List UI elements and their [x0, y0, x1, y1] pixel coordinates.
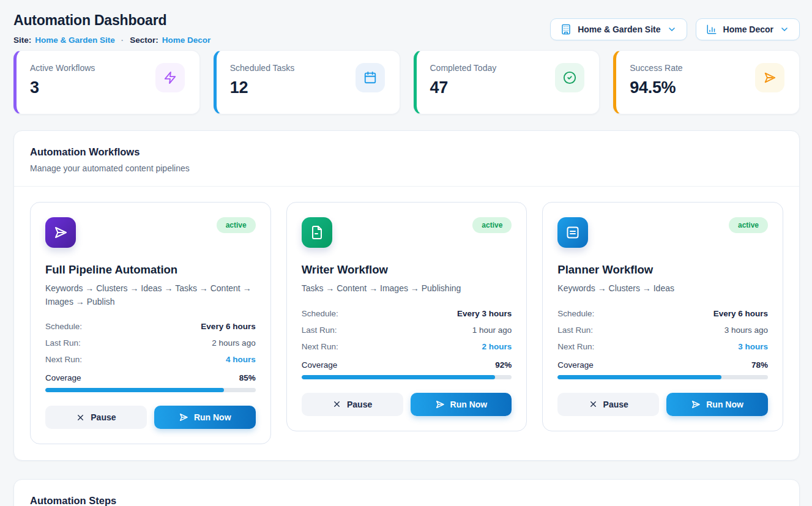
stat-card-completed-today: Completed Today 47: [414, 50, 600, 114]
run-now-button[interactable]: Run Now: [411, 393, 512, 416]
last-run-label: Last Run:: [302, 326, 337, 335]
sector-link[interactable]: Home Decor: [162, 35, 211, 45]
coverage-progress-track: [45, 388, 256, 392]
stat-label: Completed Today: [430, 63, 497, 73]
stat-card-active-workflows: Active Workflows 3: [13, 50, 200, 114]
automation-steps-panel: Automation Steps Configure which steps a…: [13, 479, 800, 506]
calendar-icon: [356, 63, 385, 92]
stat-card-success-rate: Success Rate 94.5%: [613, 50, 800, 114]
workflow-card-top: active: [557, 217, 768, 248]
schedule-label: Schedule:: [45, 322, 82, 331]
sector-selector-label: Home Decor: [723, 24, 773, 34]
steps-section-title: Automation Steps: [30, 495, 783, 506]
breadcrumb-separator: ·: [121, 35, 124, 45]
last-run-value: 3 hours ago: [724, 326, 768, 335]
workflows-section-subtitle: Manage your automated content pipelines: [30, 163, 783, 173]
status-badge: active: [217, 217, 256, 233]
site-label: Site:: [13, 35, 31, 45]
workflow-cards-grid: active Full Pipeline Automation Keywords…: [14, 187, 799, 460]
stat-card-scheduled-tasks: Scheduled Tasks 12: [214, 50, 400, 114]
site-selector-dropdown[interactable]: Home & Garden Site: [550, 18, 687, 40]
workflows-panel: Automation Workflows Manage your automat…: [13, 130, 800, 461]
coverage-progress-fill: [557, 375, 721, 379]
workflow-details: Schedule: Every 3 hours Last Run: 1 hour…: [302, 305, 512, 355]
last-run-row: Last Run: 3 hours ago: [557, 322, 768, 338]
next-run-value: 2 hours: [482, 342, 512, 351]
run-now-button-label: Run Now: [706, 400, 743, 409]
site-link[interactable]: Home & Garden Site: [35, 35, 115, 45]
coverage-label: Coverage: [45, 373, 81, 382]
workflow-title: Planner Workflow: [557, 263, 768, 277]
status-badge: active: [729, 217, 768, 233]
stat-value: 47: [430, 78, 497, 97]
stat-label: Success Rate: [630, 63, 682, 73]
workflow-card-planner: active Planner Workflow Keywords → Clust…: [542, 202, 783, 431]
next-run-row: Next Run: 2 hours: [302, 338, 512, 355]
schedule-value: Every 6 hours: [713, 309, 768, 318]
x-icon: [332, 400, 341, 409]
stat-text: Active Workflows 3: [30, 63, 95, 102]
stat-text: Completed Today 47: [430, 63, 497, 102]
workflows-panel-header: Automation Workflows Manage your automat…: [14, 131, 799, 187]
site-selector-label: Home & Garden Site: [578, 24, 660, 34]
stats-row: Active Workflows 3 Scheduled Tasks 12 Co…: [13, 50, 800, 114]
coverage-progress-fill: [302, 375, 495, 379]
list-square-icon: [557, 217, 588, 248]
coverage-row: Coverage 78%: [557, 360, 768, 370]
stat-text: Scheduled Tasks 12: [230, 63, 295, 102]
pause-button[interactable]: Pause: [45, 406, 147, 429]
sector-label: Sector:: [130, 35, 158, 45]
page-header: Automation Dashboard Site: Home & Garden…: [13, 12, 800, 45]
page-title: Automation Dashboard: [13, 12, 210, 29]
next-run-value: 3 hours: [738, 342, 768, 351]
last-run-value: 2 hours ago: [212, 338, 255, 348]
pause-button[interactable]: Pause: [302, 393, 403, 416]
next-run-label: Next Run:: [302, 342, 338, 351]
status-badge: active: [472, 217, 512, 233]
workflow-description: Keywords → Clusters → Ideas → Tasks → Co…: [45, 282, 256, 308]
pause-button-label: Pause: [603, 400, 628, 409]
workflow-description: Tasks → Content → Images → Publishing: [302, 282, 512, 296]
next-run-row: Next Run: 4 hours: [45, 351, 256, 368]
coverage-progress-track: [302, 375, 512, 379]
workflow-description: Keywords → Clusters → Ideas: [557, 282, 768, 296]
stat-text: Success Rate 94.5%: [630, 63, 682, 102]
bar-chart-icon: [706, 24, 717, 35]
coverage-value: 85%: [239, 373, 256, 382]
workflow-card-top: active: [302, 217, 512, 248]
coverage-row: Coverage 92%: [302, 360, 512, 370]
pause-button[interactable]: Pause: [557, 393, 659, 416]
last-run-row: Last Run: 2 hours ago: [45, 335, 256, 351]
schedule-value: Every 6 hours: [201, 322, 255, 331]
page-header-left: Automation Dashboard Site: Home & Garden…: [13, 12, 210, 45]
workflow-title: Writer Workflow: [302, 263, 512, 277]
x-icon: [76, 413, 85, 422]
stat-value: 3: [30, 78, 95, 97]
run-now-button[interactable]: Run Now: [666, 393, 768, 416]
stat-label: Active Workflows: [30, 63, 95, 73]
workflow-details: Schedule: Every 6 hours Last Run: 3 hour…: [557, 305, 768, 355]
sector-selector-dropdown[interactable]: Home Decor: [696, 18, 800, 40]
run-now-button-label: Run Now: [194, 412, 231, 422]
coverage-row: Coverage 85%: [45, 373, 256, 382]
coverage-progress-track: [557, 375, 768, 379]
last-run-label: Last Run:: [45, 338, 81, 348]
workflow-actions: Pause Run Now: [302, 393, 512, 416]
workflow-card-full-pipeline: active Full Pipeline Automation Keywords…: [30, 202, 271, 444]
coverage-label: Coverage: [557, 360, 594, 370]
run-now-button[interactable]: Run Now: [154, 406, 256, 429]
coverage-value: 92%: [495, 360, 512, 370]
next-run-value: 4 hours: [226, 355, 256, 364]
next-run-row: Next Run: 3 hours: [557, 338, 768, 355]
send-icon: [435, 400, 445, 409]
workflow-details: Schedule: Every 6 hours Last Run: 2 hour…: [45, 318, 256, 368]
header-controls: Home & Garden Site Home Decor: [550, 18, 800, 40]
coverage-progress-fill: [45, 388, 224, 392]
next-run-label: Next Run:: [45, 355, 82, 364]
chevron-down-icon: [667, 24, 677, 34]
last-run-row: Last Run: 1 hour ago: [302, 322, 512, 338]
steps-panel-header: Automation Steps Configure which steps a…: [14, 480, 799, 506]
building-icon: [561, 24, 572, 35]
workflow-card-writer: active Writer Workflow Tasks → Content →…: [286, 202, 527, 431]
schedule-row: Schedule: Every 6 hours: [557, 305, 768, 322]
